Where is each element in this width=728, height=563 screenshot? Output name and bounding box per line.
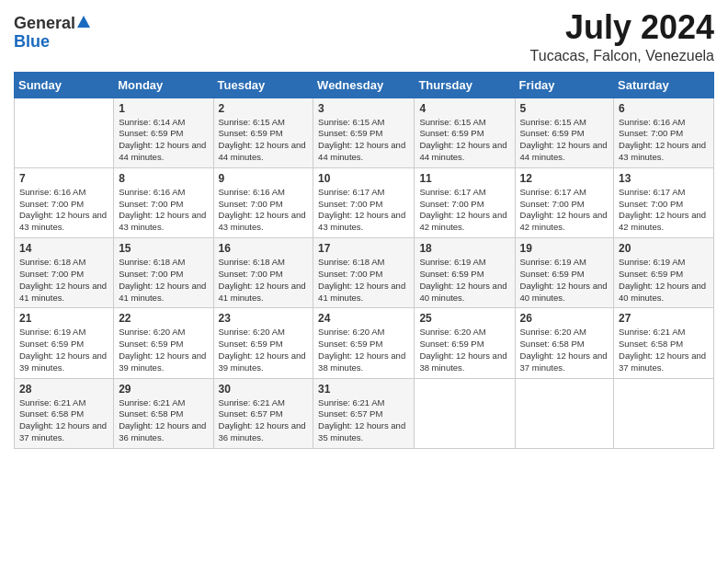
table-cell: 22Sunrise: 6:20 AM Sunset: 6:59 PM Dayli… <box>114 308 213 378</box>
table-cell: 10Sunrise: 6:17 AM Sunset: 7:00 PM Dayli… <box>313 167 415 237</box>
day-number: 23 <box>219 312 309 325</box>
day-info: Sunrise: 6:17 AM Sunset: 7:00 PM Dayligh… <box>520 187 609 234</box>
day-info: Sunrise: 6:16 AM Sunset: 7:00 PM Dayligh… <box>19 187 108 234</box>
day-info: Sunrise: 6:18 AM Sunset: 7:00 PM Dayligh… <box>119 257 208 304</box>
day-number: 21 <box>19 312 108 325</box>
table-cell: 15Sunrise: 6:18 AM Sunset: 7:00 PM Dayli… <box>114 238 213 308</box>
table-cell: 18Sunrise: 6:19 AM Sunset: 6:59 PM Dayli… <box>415 238 515 308</box>
day-info: Sunrise: 6:16 AM Sunset: 7:00 PM Dayligh… <box>619 117 709 164</box>
logo-blue-text: Blue <box>14 32 50 51</box>
col-thursday: Thursday <box>415 72 515 98</box>
day-info: Sunrise: 6:20 AM Sunset: 6:58 PM Dayligh… <box>520 327 609 373</box>
col-monday: Monday <box>114 72 213 98</box>
week-row-3: 14Sunrise: 6:18 AM Sunset: 7:00 PM Dayli… <box>15 238 714 308</box>
month-year-title: July 2024 <box>530 9 714 46</box>
table-cell: 5Sunrise: 6:15 AM Sunset: 6:59 PM Daylig… <box>515 98 614 167</box>
table-cell: 4Sunrise: 6:15 AM Sunset: 6:59 PM Daylig… <box>415 98 515 167</box>
day-number: 10 <box>318 172 409 185</box>
day-number: 14 <box>19 242 108 255</box>
table-cell: 17Sunrise: 6:18 AM Sunset: 7:00 PM Dayli… <box>313 238 415 308</box>
day-info: Sunrise: 6:15 AM Sunset: 6:59 PM Dayligh… <box>318 117 409 164</box>
day-number: 17 <box>318 242 409 255</box>
day-info: Sunrise: 6:19 AM Sunset: 6:59 PM Dayligh… <box>19 327 108 373</box>
day-number: 1 <box>119 102 208 115</box>
table-cell: 29Sunrise: 6:21 AM Sunset: 6:58 PM Dayli… <box>114 378 213 448</box>
day-number: 29 <box>119 383 208 396</box>
day-number: 16 <box>219 242 309 255</box>
day-info: Sunrise: 6:21 AM Sunset: 6:58 PM Dayligh… <box>619 327 709 373</box>
week-row-1: 1Sunrise: 6:14 AM Sunset: 6:59 PM Daylig… <box>15 98 714 167</box>
day-info: Sunrise: 6:16 AM Sunset: 7:00 PM Dayligh… <box>219 187 309 234</box>
day-info: Sunrise: 6:21 AM Sunset: 6:58 PM Dayligh… <box>119 397 208 444</box>
day-number: 3 <box>318 102 409 115</box>
day-number: 2 <box>219 102 309 115</box>
table-cell: 14Sunrise: 6:18 AM Sunset: 7:00 PM Dayli… <box>15 238 114 308</box>
day-info: Sunrise: 6:18 AM Sunset: 7:00 PM Dayligh… <box>219 257 309 304</box>
table-cell: 25Sunrise: 6:20 AM Sunset: 6:59 PM Dayli… <box>415 308 515 378</box>
calendar-header-row: Sunday Monday Tuesday Wednesday Thursday… <box>15 72 714 98</box>
col-saturday: Saturday <box>614 72 714 98</box>
day-info: Sunrise: 6:20 AM Sunset: 6:59 PM Dayligh… <box>119 327 208 373</box>
day-number: 26 <box>520 312 609 325</box>
day-info: Sunrise: 6:14 AM Sunset: 6:59 PM Dayligh… <box>119 117 208 164</box>
day-number: 6 <box>619 102 709 115</box>
logo-general-text: General <box>14 15 75 31</box>
page: General Blue July 2024 Tucacas, Falcon, … <box>0 0 728 563</box>
table-cell: 11Sunrise: 6:17 AM Sunset: 7:00 PM Dayli… <box>415 167 515 237</box>
table-cell: 6Sunrise: 6:16 AM Sunset: 7:00 PM Daylig… <box>614 98 714 167</box>
day-number: 11 <box>419 172 509 185</box>
day-number: 28 <box>19 383 108 396</box>
day-number: 4 <box>419 102 509 115</box>
table-cell: 21Sunrise: 6:19 AM Sunset: 6:59 PM Dayli… <box>15 308 114 378</box>
table-cell: 12Sunrise: 6:17 AM Sunset: 7:00 PM Dayli… <box>515 167 614 237</box>
day-info: Sunrise: 6:17 AM Sunset: 7:00 PM Dayligh… <box>619 187 709 234</box>
day-info: Sunrise: 6:21 AM Sunset: 6:58 PM Dayligh… <box>19 397 108 444</box>
day-number: 20 <box>619 242 709 255</box>
day-info: Sunrise: 6:18 AM Sunset: 7:00 PM Dayligh… <box>318 257 409 304</box>
table-cell <box>614 378 714 448</box>
title-section: July 2024 Tucacas, Falcon, Venezuela <box>530 9 714 64</box>
table-cell: 9Sunrise: 6:16 AM Sunset: 7:00 PM Daylig… <box>213 167 313 237</box>
day-number: 5 <box>520 102 609 115</box>
day-number: 13 <box>619 172 709 185</box>
logo-triangle-icon <box>76 14 91 32</box>
day-info: Sunrise: 6:15 AM Sunset: 6:59 PM Dayligh… <box>419 117 509 164</box>
day-info: Sunrise: 6:17 AM Sunset: 7:00 PM Dayligh… <box>318 187 409 234</box>
day-info: Sunrise: 6:21 AM Sunset: 6:57 PM Dayligh… <box>318 397 409 444</box>
day-info: Sunrise: 6:19 AM Sunset: 6:59 PM Dayligh… <box>419 257 509 304</box>
table-cell <box>515 378 614 448</box>
day-number: 9 <box>219 172 309 185</box>
table-cell: 1Sunrise: 6:14 AM Sunset: 6:59 PM Daylig… <box>114 98 213 167</box>
table-cell: 26Sunrise: 6:20 AM Sunset: 6:58 PM Dayli… <box>515 308 614 378</box>
day-info: Sunrise: 6:18 AM Sunset: 7:00 PM Dayligh… <box>19 257 108 304</box>
table-cell <box>15 98 114 167</box>
day-info: Sunrise: 6:19 AM Sunset: 6:59 PM Dayligh… <box>520 257 609 304</box>
day-number: 19 <box>520 242 609 255</box>
day-info: Sunrise: 6:15 AM Sunset: 6:59 PM Dayligh… <box>219 117 309 164</box>
day-number: 12 <box>520 172 609 185</box>
col-friday: Friday <box>515 72 614 98</box>
header: General Blue July 2024 Tucacas, Falcon, … <box>14 9 714 64</box>
table-cell: 19Sunrise: 6:19 AM Sunset: 6:59 PM Dayli… <box>515 238 614 308</box>
day-info: Sunrise: 6:20 AM Sunset: 6:59 PM Dayligh… <box>318 327 409 373</box>
table-cell <box>415 378 515 448</box>
calendar-table: Sunday Monday Tuesday Wednesday Thursday… <box>14 72 714 449</box>
day-number: 7 <box>19 172 108 185</box>
table-cell: 8Sunrise: 6:16 AM Sunset: 7:00 PM Daylig… <box>114 167 213 237</box>
table-cell: 24Sunrise: 6:20 AM Sunset: 6:59 PM Dayli… <box>313 308 415 378</box>
week-row-5: 28Sunrise: 6:21 AM Sunset: 6:58 PM Dayli… <box>15 378 714 448</box>
table-cell: 20Sunrise: 6:19 AM Sunset: 6:59 PM Dayli… <box>614 238 714 308</box>
day-info: Sunrise: 6:15 AM Sunset: 6:59 PM Dayligh… <box>520 117 609 164</box>
week-row-4: 21Sunrise: 6:19 AM Sunset: 6:59 PM Dayli… <box>15 308 714 378</box>
day-number: 8 <box>119 172 208 185</box>
logo: General Blue <box>14 9 92 52</box>
day-number: 15 <box>119 242 208 255</box>
day-info: Sunrise: 6:16 AM Sunset: 7:00 PM Dayligh… <box>119 187 208 234</box>
location-subtitle: Tucacas, Falcon, Venezuela <box>530 48 714 64</box>
day-info: Sunrise: 6:20 AM Sunset: 6:59 PM Dayligh… <box>219 327 309 373</box>
table-cell: 27Sunrise: 6:21 AM Sunset: 6:58 PM Dayli… <box>614 308 714 378</box>
day-info: Sunrise: 6:17 AM Sunset: 7:00 PM Dayligh… <box>419 187 509 234</box>
table-cell: 23Sunrise: 6:20 AM Sunset: 6:59 PM Dayli… <box>213 308 313 378</box>
day-number: 24 <box>318 312 409 325</box>
day-info: Sunrise: 6:20 AM Sunset: 6:59 PM Dayligh… <box>419 327 509 373</box>
